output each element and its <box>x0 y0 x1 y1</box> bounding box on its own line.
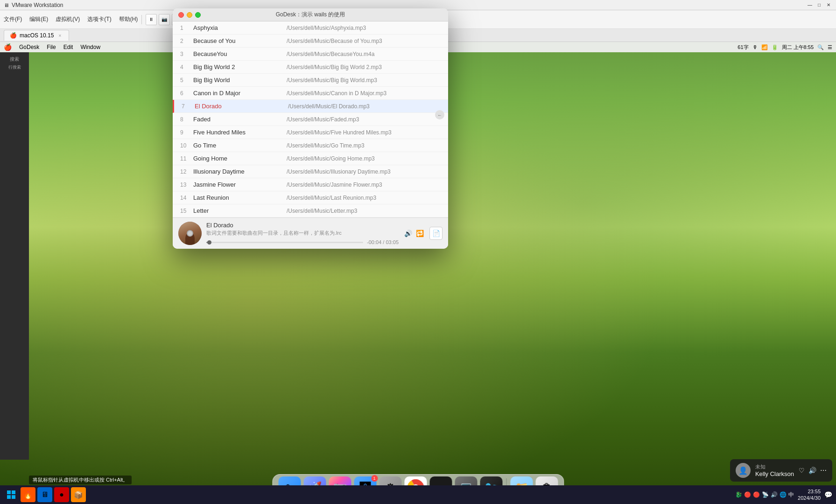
scroll-arrow-btn[interactable]: ← <box>435 110 444 119</box>
menu-edit-mac[interactable]: Edit <box>63 44 73 50</box>
player-controls[interactable]: 🔊 🔁 <box>403 229 425 238</box>
menu-help[interactable]: 帮助(H) <box>119 15 138 23</box>
song-row[interactable]: 5 Big Big World /Users/dell/Music/Big Bi… <box>173 74 448 87</box>
svg-rect-2 <box>7 490 11 494</box>
menu-vm[interactable]: 虚拟机(V) <box>56 15 80 23</box>
vmware-logo-icon: 🖥 <box>4 2 9 8</box>
song-name: Because of You <box>193 37 287 44</box>
song-name: Jasmine Flower <box>193 181 287 188</box>
window-minimize-btn[interactable] <box>187 12 192 18</box>
song-row[interactable]: 15 Letter /Users/dell/Music/Letter.mp3 <box>173 204 448 217</box>
song-path: /Users/dell/Music/Five Hundred Miles.mp3 <box>287 129 441 136</box>
appstore-badge: 1 <box>371 475 378 482</box>
toolbar-snapshot-btn[interactable]: 📷 <box>159 14 170 25</box>
loop-btn[interactable]: 🔁 <box>415 229 425 238</box>
song-name: Going Home <box>193 155 287 162</box>
player-progress-bar[interactable] <box>206 242 363 243</box>
win-task-item-3[interactable]: ● <box>54 487 69 502</box>
notification-controls[interactable]: ♡ 🔊 ⋯ <box>799 467 827 474</box>
song-path: /Users/dell/Music/Because of You.mp3 <box>287 38 441 44</box>
menu-window-mac[interactable]: Window <box>80 44 100 50</box>
window-maximize-btn[interactable] <box>195 12 201 18</box>
song-row[interactable]: 11 Going Home /Users/dell/Music/Going Ho… <box>173 152 448 165</box>
player-progress-dot <box>207 240 211 245</box>
menu-edit[interactable]: 编辑(E) <box>29 15 48 23</box>
song-number: 10 <box>180 142 193 149</box>
win-task-item-2[interactable]: 🖥 <box>37 487 52 502</box>
sidebar-label: 搜索 行搜索 <box>0 52 29 74</box>
window-controls[interactable] <box>178 12 201 18</box>
song-name: Illusionary Daytime <box>193 168 287 175</box>
win-task-item-1[interactable]: 🔥 <box>21 487 35 502</box>
song-row[interactable]: 10 Go Time /Users/dell/Music/Go Time.mp3 <box>173 139 448 152</box>
player-progress-row[interactable]: -00:04 / 03:05 <box>206 239 399 245</box>
mac-tab-macos[interactable]: 🍎 macOS 10.15 × <box>4 30 69 41</box>
song-number: 8 <box>180 116 193 123</box>
song-list[interactable]: 1 Asphyxia /Users/dell/Music/Asphyxia.mp… <box>173 21 448 217</box>
song-row[interactable]: 9 Five Hundred Miles /Users/dell/Music/F… <box>173 126 448 139</box>
song-row[interactable]: 4 Big Big World 2 /Users/dell/Music/Big … <box>173 61 448 74</box>
vmware-minimize-btn[interactable]: — <box>806 1 814 9</box>
win-notification-btn[interactable]: 💬 <box>824 491 832 498</box>
song-path: /Users/dell/Music/Faded.mp3 <box>287 116 441 123</box>
mac-menubar-right: 61字 🎙 📶 🔋 周二 上午8:55 🔍 ☰ <box>738 44 832 51</box>
song-number: 3 <box>180 51 193 57</box>
song-name: Canon in D Major <box>193 90 287 97</box>
notif-more-btn[interactable]: ⋯ <box>820 467 827 474</box>
song-name: Big Big World 2 <box>193 63 287 70</box>
song-row[interactable]: 8 Faded /Users/dell/Music/Faded.mp3 <box>173 113 448 126</box>
song-number: 7 <box>182 103 195 110</box>
vmware-window-controls[interactable]: — □ ✕ <box>806 1 832 9</box>
apple-menu[interactable]: 🍎 <box>4 43 12 51</box>
sidebar-item-label[interactable]: 行搜索 <box>2 64 27 70</box>
menu-tabs[interactable]: 选项卡(T) <box>87 15 111 23</box>
toolbar-separator <box>141 15 142 24</box>
toolbar-pause-btn[interactable]: ⏸ <box>146 14 157 25</box>
window-close-btn[interactable] <box>178 12 184 18</box>
player-subtitle: 歌词文件需要和歌曲在同一目录，且名称一样，扩展名为.lrc <box>206 230 399 237</box>
win-taskbar-right: 🐉 🔴 🔴 📡 🔊 🌐 中 23:55 2024/4/30 💬 <box>735 488 832 502</box>
player-progress-fill <box>206 242 210 243</box>
notif-like-btn[interactable]: ♡ <box>799 467 805 474</box>
song-row[interactable]: 3 BecauseYou /Users/dell/Music/BecauseYo… <box>173 48 448 61</box>
input-method-indicator: 61字 <box>738 44 748 51</box>
song-number: 12 <box>180 168 193 175</box>
wifi-icon[interactable]: 📶 <box>761 44 768 50</box>
song-row[interactable]: 2 Because of You /Users/dell/Music/Becau… <box>173 35 448 48</box>
mac-tab-close-btn[interactable]: × <box>56 32 63 39</box>
menu-file-mac[interactable]: File <box>47 44 56 50</box>
notif-volume-btn[interactable]: 🔊 <box>808 467 816 474</box>
tray-icon-4: 📡 <box>762 491 769 498</box>
song-row[interactable]: 7 El Dorado /Users/dell/Music/El Dorado.… <box>173 100 448 113</box>
song-row[interactable]: 14 Last Reunion /Users/dell/Music/Last R… <box>173 191 448 204</box>
player-file-btn[interactable]: 📄 <box>429 227 443 240</box>
vmware-menu[interactable]: 文件(F) 编辑(E) 虚拟机(V) 选项卡(T) 帮助(H) <box>4 15 138 23</box>
menu-godesk[interactable]: GoDesk <box>19 44 39 50</box>
notification-btn[interactable]: ☰ <box>828 44 832 50</box>
win-time: 23:55 <box>798 488 821 495</box>
vmware-close-btn[interactable]: ✕ <box>825 1 832 9</box>
song-path: /Users/dell/Music/Asphyxia.mp3 <box>287 25 441 31</box>
mac-tab-label: macOS 10.15 <box>20 32 54 39</box>
song-name: Asphyxia <box>193 24 287 31</box>
song-number: 14 <box>180 195 193 201</box>
mac-tab-icon: 🍎 <box>10 32 17 39</box>
song-path: /Users/dell/Music/Jasmine Flower.mp3 <box>287 182 441 188</box>
menu-file[interactable]: 文件(F) <box>4 15 22 23</box>
vmware-restore-btn[interactable]: □ <box>815 1 823 9</box>
volume-btn[interactable]: 🔊 <box>403 229 413 238</box>
song-row[interactable]: 13 Jasmine Flower /Users/dell/Music/Jasm… <box>173 178 448 191</box>
song-path: /Users/dell/Music/Go Time.mp3 <box>287 142 441 149</box>
search-btn[interactable]: 🔍 <box>817 44 824 50</box>
battery-icon: 🔋 <box>772 44 778 50</box>
tray-icon-5: 🔊 <box>771 491 778 498</box>
song-row[interactable]: 6 Canon in D Major /Users/dell/Music/Can… <box>173 87 448 100</box>
song-name: Faded <box>193 116 287 123</box>
win-task-item-4[interactable]: 📦 <box>71 487 86 502</box>
win-start-btn[interactable] <box>4 487 19 502</box>
song-path: /Users/dell/Music/Big Big World.mp3 <box>287 77 441 84</box>
song-number: 4 <box>180 64 193 70</box>
song-row[interactable]: 12 Illusionary Daytime /Users/dell/Music… <box>173 165 448 178</box>
task-icon-1: 🔥 <box>23 490 33 499</box>
song-row[interactable]: 1 Asphyxia /Users/dell/Music/Asphyxia.mp… <box>173 21 448 35</box>
